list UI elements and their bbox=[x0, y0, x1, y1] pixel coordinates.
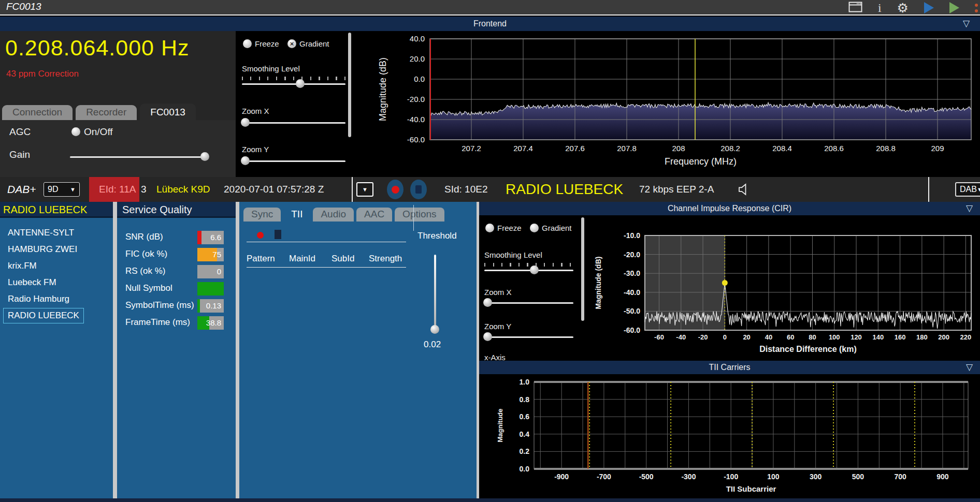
collapse-frontend-icon[interactable]: ▽ bbox=[963, 17, 970, 31]
zoom-x-slider[interactable] bbox=[242, 122, 345, 124]
tab-recorder[interactable]: Recorder bbox=[76, 105, 137, 120]
tab-sync[interactable]: Sync bbox=[243, 208, 281, 222]
collapse-cir-icon[interactable]: ▽ bbox=[966, 202, 973, 215]
agc-radio[interactable] bbox=[71, 127, 80, 136]
gain-slider-handle[interactable] bbox=[200, 152, 209, 161]
info-icon[interactable]: i bbox=[878, 1, 882, 14]
svg-text:80: 80 bbox=[809, 333, 816, 341]
svg-text:-60.0: -60.0 bbox=[407, 135, 425, 144]
svg-text:207.2: 207.2 bbox=[462, 144, 481, 153]
sq-row-label: FIC (ok %) bbox=[125, 249, 167, 259]
cir-controls-scrollbar[interactable] bbox=[581, 217, 584, 321]
service-quality-panel: Service Quality SNR (dB)6.6FIC (ok %)75R… bbox=[117, 202, 236, 498]
zoom-x-slider-handle[interactable] bbox=[241, 118, 250, 127]
service-item[interactable]: Radio Hamburg bbox=[3, 291, 74, 307]
cir-chart[interactable]: -10.0-20.0-30.0-40.0-50.0-60.0-60-40-200… bbox=[590, 215, 980, 361]
stop-button[interactable] bbox=[410, 180, 427, 199]
cir-zoom-x-slider-handle[interactable] bbox=[483, 298, 492, 307]
band-select[interactable]: DAB▼ bbox=[955, 182, 980, 197]
zoom-y-slider[interactable] bbox=[242, 160, 345, 162]
channel-select[interactable]: 9D▼ bbox=[44, 182, 80, 197]
frontend-spectrum-chart[interactable]: 40.020.00.0-20.0-40.0-60.0207.2207.4207.… bbox=[357, 31, 980, 177]
smoothing-label: Smoothing Level bbox=[242, 64, 300, 73]
tii-record-indicator-icon[interactable] bbox=[257, 232, 264, 239]
current-service-label: RADIO LUEBECK bbox=[506, 177, 623, 202]
eid-tail: 3 bbox=[141, 177, 147, 202]
svg-text:-20.0: -20.0 bbox=[624, 250, 640, 259]
cir-zoom-y-slider-handle[interactable] bbox=[483, 332, 492, 341]
zoom-y-slider-handle[interactable] bbox=[241, 156, 250, 165]
sq-row-bar-fill bbox=[197, 231, 201, 244]
sq-row-bar: 75 bbox=[197, 248, 224, 261]
tab-options[interactable]: Options bbox=[395, 208, 444, 222]
settings-icon[interactable]: ⚙ bbox=[897, 1, 909, 15]
speaker-icon[interactable] bbox=[737, 182, 752, 199]
sq-row-bar bbox=[197, 282, 224, 296]
svg-text:Magnitude (dB): Magnitude (dB) bbox=[378, 57, 388, 121]
tii-stop-indicator-icon[interactable] bbox=[275, 230, 281, 239]
service-item[interactable]: Luebeck FM bbox=[3, 275, 61, 290]
svg-text:209: 209 bbox=[931, 144, 944, 153]
tab-aac[interactable]: AAC bbox=[356, 208, 392, 222]
svg-text:207.8: 207.8 bbox=[617, 144, 637, 153]
svg-text:20.0: 20.0 bbox=[410, 54, 425, 63]
cir-zoom-x-slider[interactable] bbox=[484, 302, 573, 304]
svg-text:200: 200 bbox=[938, 333, 949, 341]
tii-table-underline bbox=[247, 267, 406, 268]
cir-zoom-y-label: Zoom Y bbox=[484, 322, 511, 331]
tab-fc0013[interactable]: FC0013 bbox=[140, 104, 196, 120]
sq-row-label: FrameTime (ms) bbox=[125, 317, 190, 328]
cir-zoom-y-slider[interactable] bbox=[484, 336, 573, 338]
service-item[interactable]: RADIO LUEBECK bbox=[3, 308, 84, 323]
sq-row-value: 6.6 bbox=[210, 231, 221, 244]
svg-text:220: 220 bbox=[960, 333, 972, 341]
svg-text:140: 140 bbox=[872, 333, 884, 341]
tab-connection[interactable]: Connection bbox=[2, 105, 73, 120]
svg-text:TII Subcarrier: TII Subcarrier bbox=[726, 484, 776, 493]
panel-divider[interactable] bbox=[113, 202, 117, 498]
bottom-strip bbox=[0, 498, 980, 502]
play-green-icon[interactable] bbox=[949, 2, 959, 13]
window-icon[interactable] bbox=[848, 2, 862, 14]
svg-text:-10.0: -10.0 bbox=[624, 231, 640, 240]
svg-text:0.8: 0.8 bbox=[520, 395, 530, 404]
service-item[interactable]: HAMBURG ZWEI bbox=[3, 242, 82, 257]
tab-tii[interactable]: TII bbox=[283, 206, 310, 222]
cir-smoothing-ticks bbox=[484, 263, 574, 267]
service-item[interactable]: ANTENNE-SYLT bbox=[3, 225, 79, 241]
service-list: ANTENNE-SYLTHAMBURG ZWEIkrix.FMLuebeck F… bbox=[0, 218, 113, 323]
threshold-slider[interactable] bbox=[434, 255, 436, 328]
svg-text:-500: -500 bbox=[639, 473, 654, 481]
smoothing-slider-handle[interactable] bbox=[296, 79, 305, 88]
gain-slider[interactable] bbox=[70, 156, 209, 158]
cir-smoothing-slider[interactable] bbox=[484, 270, 573, 271]
tab-audio[interactable]: Audio bbox=[313, 208, 354, 222]
gradient-checkbox[interactable]: × bbox=[287, 39, 296, 48]
tii-tab-panel: SyncTIIAudioAACOptions Threshold Pattern… bbox=[239, 202, 477, 498]
service-item[interactable]: krix.FM bbox=[3, 258, 41, 274]
panel-divider[interactable] bbox=[236, 202, 239, 498]
frontend-title: Frontend bbox=[0, 17, 980, 31]
collapse-tii-carriers-icon[interactable]: ▽ bbox=[966, 361, 973, 374]
cir-freeze-radio[interactable] bbox=[485, 224, 494, 232]
controls-scrollbar[interactable] bbox=[348, 33, 351, 137]
cir-smoothing-slider-handle[interactable] bbox=[530, 265, 539, 274]
freeze-radio[interactable] bbox=[243, 39, 252, 48]
threshold-slider-handle[interactable] bbox=[430, 325, 439, 334]
smoothing-slider[interactable] bbox=[242, 83, 345, 85]
threshold-label: Threshold bbox=[417, 231, 457, 241]
recording-dropdown[interactable]: ▼ bbox=[356, 182, 373, 197]
cir-header: Channel Impulse Response (CIR) ▽ bbox=[479, 202, 980, 215]
frequency-display[interactable]: 0.208.064.000 Hz bbox=[0, 31, 236, 61]
sq-row: SNR (dB)6.6 bbox=[117, 229, 236, 246]
sq-row-label: SNR (dB) bbox=[125, 232, 163, 242]
tii-carriers-chart[interactable]: 0.00.20.40.60.81.0-900-700-500-300-10010… bbox=[479, 374, 980, 498]
sq-row: RS (ok %)0 bbox=[117, 263, 236, 280]
svg-text:Frequency (MHz): Frequency (MHz) bbox=[665, 156, 737, 167]
tii-column-subid: SubId bbox=[332, 254, 354, 264]
sq-row-label: RS (ok %) bbox=[125, 266, 165, 276]
play-blue-icon[interactable] bbox=[924, 2, 934, 13]
cir-gradient-radio[interactable] bbox=[530, 224, 539, 232]
record-button[interactable] bbox=[387, 180, 403, 199]
svg-text:208: 208 bbox=[672, 144, 685, 153]
